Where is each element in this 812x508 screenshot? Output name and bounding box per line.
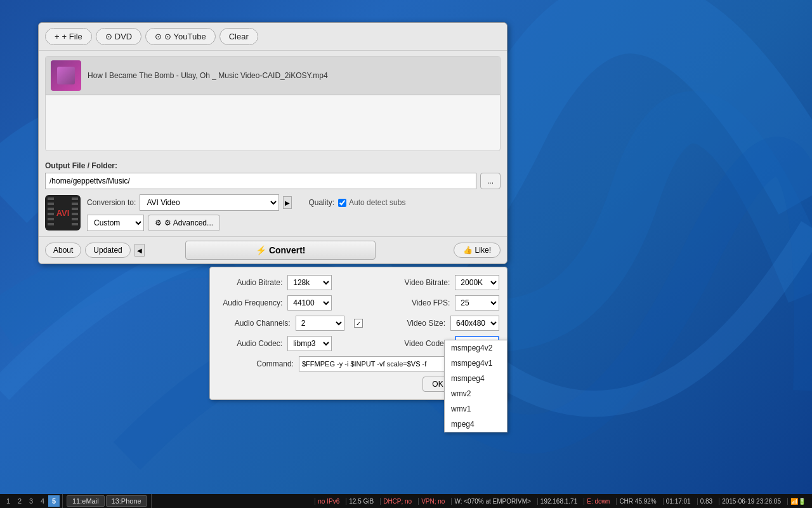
dvd-icon: ⊙ xyxy=(105,32,112,41)
taskbar-app-email[interactable]: 11:eMail xyxy=(67,495,105,507)
dropdown-item-msmpeg4v2[interactable]: msmpeg4v2 xyxy=(445,340,507,356)
cpu-status: CHR 45.92% xyxy=(616,498,658,505)
date-status: 2015-06-19 23:26:05 xyxy=(719,498,783,505)
eth-status: E: down xyxy=(584,498,612,505)
dhcp-status: DHCP; no xyxy=(380,498,414,505)
convert-button[interactable]: ⚡ Convert! xyxy=(185,241,376,260)
vpn-status: VPN; no xyxy=(418,498,447,505)
file-item[interactable]: How I Became The Bomb - Ulay, Oh _ Music… xyxy=(46,57,500,95)
video-size-checkbox[interactable]: ✓ xyxy=(354,319,363,328)
video-bitrate-select[interactable]: 2000K xyxy=(455,275,499,290)
auto-detect-label: Auto detect subs xyxy=(349,198,405,207)
ipv6-status: no IPv6 xyxy=(315,498,342,505)
updated-button[interactable]: Updated xyxy=(85,243,130,258)
about-button[interactable]: About xyxy=(45,243,81,258)
quality-row: Quality: Auto detect subs xyxy=(308,198,405,207)
file-thumbnail xyxy=(51,60,81,91)
like-button[interactable]: 👍 Like! xyxy=(454,243,501,258)
toolbar: + + File ⊙ DVD ⊙ ⊙ YouTube Clear xyxy=(39,23,507,51)
output-section: Output File / Folder: ... AVI Conversion… xyxy=(39,156,507,236)
workspace-2[interactable]: 2 xyxy=(14,495,25,507)
dropdown-item-msmpeg4v1[interactable]: msmpeg4v1 xyxy=(445,356,507,371)
audio-channels-select[interactable]: 2 xyxy=(296,316,344,331)
dropdown-item-msmpeg4[interactable]: msmpeg4 xyxy=(445,371,507,386)
workspace-4[interactable]: 4 xyxy=(37,495,48,507)
quality-select[interactable]: Custom xyxy=(87,215,144,231)
workspace-switcher: 1 2 3 4 5 xyxy=(0,494,63,508)
app-window: + + File ⊙ DVD ⊙ ⊙ YouTube Clear How I B… xyxy=(38,22,508,264)
gear-icon: ⚙ xyxy=(155,218,162,227)
workspace-3[interactable]: 3 xyxy=(25,495,37,507)
video-bitrate-label: Video Bitrate: xyxy=(385,278,450,287)
quality-advanced-row: Custom ⚙ ⚙ Advanced... xyxy=(87,215,501,231)
collapse-button[interactable]: ◀ xyxy=(134,244,145,257)
youtube-icon: ⊙ xyxy=(155,32,162,41)
expand-arrow[interactable]: ▶ xyxy=(283,196,292,209)
advanced-button-label: ⚙ Advanced... xyxy=(164,218,213,227)
file-button[interactable]: + + File xyxy=(45,28,92,45)
conversion-select[interactable]: AVI Video xyxy=(140,194,279,211)
conversion-controls: Conversion to: AVI Video ▶ Quality: Auto… xyxy=(87,194,501,231)
clear-button-label: Clear xyxy=(229,32,249,41)
command-label: Command: xyxy=(218,359,294,368)
thumbnail-image xyxy=(57,67,75,84)
film-strip-right xyxy=(72,197,78,228)
video-fps-label: Video FPS: xyxy=(385,298,450,307)
avi-icon: AVI xyxy=(45,195,81,231)
conversion-label: Conversion to: xyxy=(87,198,136,207)
time-status: 01:17:01 xyxy=(663,498,693,505)
system-icons: 📶🔋 xyxy=(787,498,808,505)
file-button-label: + File xyxy=(62,32,82,41)
audio-freq-select[interactable]: 44100 xyxy=(287,295,332,311)
auto-detect-checkbox[interactable] xyxy=(338,199,346,207)
dvd-button-label: DVD xyxy=(115,32,132,41)
wifi-status: W: <070% at EMPORIVM> xyxy=(451,498,533,505)
youtube-button[interactable]: ⊙ ⊙ YouTube xyxy=(145,28,215,45)
taskbar-status: no IPv6 12.5 GiB DHCP; no VPN; no W: <07… xyxy=(311,498,812,505)
workspace-1[interactable]: 1 xyxy=(3,495,14,507)
dropdown-item-wmv2[interactable]: wmv2 xyxy=(445,386,507,401)
video-codec-dropdown: msmpeg4v2 msmpeg4v1 msmpeg4 wmv2 wmv1 mp… xyxy=(444,340,508,432)
dropdown-item-wmv1[interactable]: wmv1 xyxy=(445,401,507,417)
clear-button[interactable]: Clear xyxy=(219,28,258,45)
workspace-5[interactable]: 5 xyxy=(48,495,60,507)
audio-bitrate-select[interactable]: 128k xyxy=(287,275,332,290)
youtube-button-label: ⊙ YouTube xyxy=(164,32,206,41)
video-fps-select[interactable]: 25 xyxy=(455,295,499,311)
quality-label: Quality: xyxy=(308,198,334,207)
auto-detect-row: Auto detect subs xyxy=(338,198,405,207)
browse-button[interactable]: ... xyxy=(480,173,501,189)
video-size-select[interactable]: 640x480 xyxy=(450,316,499,331)
conversion-row: AVI Conversion to: AVI Video ▶ Quality: … xyxy=(45,194,501,231)
output-path-input[interactable] xyxy=(45,173,476,189)
file-list: How I Became The Bomb - Ulay, Oh _ Music… xyxy=(45,56,501,151)
taskbar: 1 2 3 4 5 11:eMail 13:Phone no IPv6 12.5… xyxy=(0,494,812,508)
audio-codec-select[interactable]: libmp3 xyxy=(287,336,332,351)
taskbar-apps: 11:eMail 13:Phone xyxy=(63,494,152,508)
video-size-label: Video Size: xyxy=(372,319,445,328)
audio-freq-row: Audio Frequency: 44100 Video FPS: 25 xyxy=(218,295,499,311)
output-label: Output File / Folder: xyxy=(45,161,501,170)
memory-status: 12.5 GiB xyxy=(346,498,376,505)
plus-icon: + xyxy=(55,32,60,41)
avi-icon-container: AVI xyxy=(45,195,81,231)
dvd-button[interactable]: ⊙ DVD xyxy=(96,28,141,45)
bottom-bar: About Updated ◀ ⚡ Convert! 👍 Like! xyxy=(39,236,507,264)
audio-codec-label: Audio Codec: xyxy=(218,339,282,348)
ip-status: 192.168.1.71 xyxy=(537,498,580,505)
audio-bitrate-row: Audio Bitrate: 128k Video Bitrate: 2000K xyxy=(218,275,499,290)
dropdown-item-mpeg4[interactable]: mpeg4 xyxy=(445,417,507,432)
taskbar-app-phone[interactable]: 13:Phone xyxy=(106,495,147,507)
audio-channels-row: Audio Channels: 2 ✓ Video Size: 640x480 xyxy=(218,316,499,331)
load-status: 0.83 xyxy=(697,498,715,505)
audio-channels-label: Audio Channels: xyxy=(218,319,291,328)
audio-freq-label: Audio Frequency: xyxy=(218,298,282,307)
conversion-type-row: Conversion to: AVI Video ▶ Quality: Auto… xyxy=(87,194,501,211)
output-path-row: ... xyxy=(45,173,501,189)
audio-bitrate-label: Audio Bitrate: xyxy=(218,278,282,287)
file-name: How I Became The Bomb - Ulay, Oh _ Music… xyxy=(88,71,328,80)
film-strip-left xyxy=(48,197,54,228)
video-codec-label: Video Codec: xyxy=(385,339,450,348)
advanced-button[interactable]: ⚙ ⚙ Advanced... xyxy=(148,215,220,231)
avi-text: AVI xyxy=(56,208,70,218)
